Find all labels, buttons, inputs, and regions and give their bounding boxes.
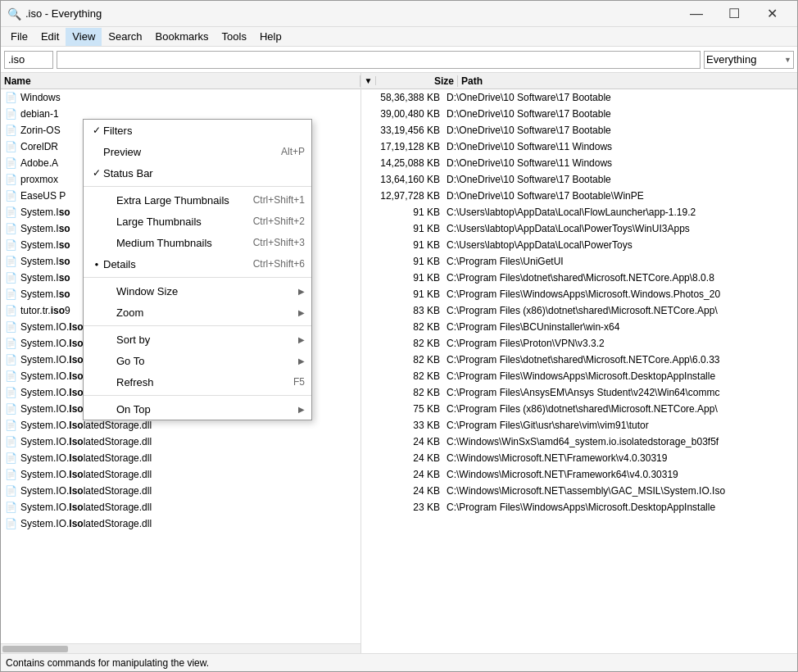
dd-item-sort-by[interactable]: Sort by ▶: [84, 329, 311, 350]
file-name: tutor.tr.iso9: [20, 305, 70, 316]
path-cell: C:\Program Files\WindowsApps\Microsoft.D…: [443, 370, 797, 382]
menu-view[interactable]: View: [66, 28, 102, 46]
size-column-header[interactable]: Size: [376, 75, 458, 87]
dd-label-extra-large: Extra Large Thumbnails: [103, 194, 247, 207]
file-icon: 📄: [4, 419, 17, 432]
dd-item-large-thumb[interactable]: Large Thumbnails Ctrl+Shift+2: [84, 211, 311, 232]
quick-search-input[interactable]: [4, 51, 53, 69]
menu-search[interactable]: Search: [102, 28, 148, 46]
file-name: Windows: [20, 92, 61, 103]
file-name: proxmox: [20, 174, 58, 185]
menu-help[interactable]: Help: [253, 28, 288, 46]
file-icon: 📄: [4, 386, 17, 399]
app-icon: 🔍: [7, 7, 20, 20]
dd-label-preview: Preview: [103, 146, 274, 158]
minimize-button[interactable]: —: [678, 1, 715, 27]
file-icon: 📄: [4, 206, 17, 219]
close-button[interactable]: ✕: [753, 1, 791, 27]
table-row[interactable]: 33 KBC:\Program Files\Git\usr\share\vim\…: [361, 417, 797, 434]
list-item[interactable]: 📄System.IO.IsolatedStorage.dll: [1, 499, 360, 515]
dd-item-extra-large[interactable]: Extra Large Thumbnails Ctrl+Shift+1: [84, 189, 311, 211]
list-item[interactable]: 📄System.IO.IsolatedStorage.dll: [1, 483, 360, 499]
file-icon: 📄: [4, 189, 17, 202]
table-row[interactable]: 24 KBC:\Windows\Microsoft.NET\Framework\…: [361, 450, 797, 466]
sort-arrow-icon: ▼: [365, 76, 373, 85]
list-header: Name: [1, 73, 360, 89]
table-row[interactable]: 58,36,388 KBD:\OneDrive\10 Software\17 B…: [361, 89, 797, 106]
checkmark-icon: ✓: [90, 125, 103, 136]
table-row[interactable]: 82 KBC:\Program Files\WindowsApps\Micros…: [361, 368, 797, 384]
table-row[interactable]: 91 KBC:\Users\labtop\AppData\Local\Power…: [361, 237, 797, 253]
menu-tools[interactable]: Tools: [215, 28, 253, 46]
list-item[interactable]: 📄Windows: [1, 89, 360, 106]
table-row[interactable]: 24 KBC:\Windows\Microsoft.NET\assembly\G…: [361, 483, 797, 499]
dd-label-go-to: Go To: [103, 355, 298, 367]
name-column-header[interactable]: Name: [1, 75, 360, 87]
table-row[interactable]: 24 KBC:\Windows\Microsoft.NET\Framework6…: [361, 466, 797, 483]
list-item[interactable]: 📄System.IO.IsolatedStorage.dll: [1, 466, 360, 483]
table-row[interactable]: 39,00,480 KBD:\OneDrive\10 Software\17 B…: [361, 106, 797, 122]
dd-item-medium-thumb[interactable]: Medium Thumbnails Ctrl+Shift+3: [84, 232, 311, 253]
file-name: System.IO.IsolatedStorage.dll: [20, 452, 152, 464]
path-cell: C:\Windows\Microsoft.NET\assembly\GAC_MS…: [443, 485, 797, 497]
table-row[interactable]: 82 KBC:\Program Files\BCUninstaller\win-…: [361, 319, 797, 335]
submenu-arrow-icon-3: ▶: [298, 335, 305, 344]
dd-item-go-to[interactable]: Go To ▶: [84, 350, 311, 371]
horizontal-scrollbar[interactable]: [2, 646, 68, 652]
dd-item-details[interactable]: ● Details Ctrl+Shift+6: [84, 253, 311, 275]
file-icon: 📄: [4, 238, 17, 252]
submenu-arrow-icon-2: ▶: [298, 308, 305, 317]
table-row[interactable]: 82 KBC:\Program Files\dotnet\shared\Micr…: [361, 352, 797, 368]
list-item[interactable]: 📄System.IO.IsolatedStorage.dll: [1, 450, 360, 466]
dd-item-window-size[interactable]: Window Size ▶: [84, 280, 311, 302]
table-row[interactable]: 75 KBC:\Program Files (x86)\dotnet\share…: [361, 401, 797, 417]
list-item[interactable]: 📄System.IO.IsolatedStorage.dll: [1, 434, 360, 450]
path-cell: D:\OneDrive\10 Software\17 Bootable\WinP…: [443, 190, 797, 202]
table-row[interactable]: 17,19,128 KBD:\OneDrive\10 Software\11 W…: [361, 138, 797, 155]
table-row[interactable]: 82 KBC:\Program Files\Proton\VPN\v3.3.2: [361, 335, 797, 352]
menu-bookmarks[interactable]: Bookmarks: [149, 28, 215, 46]
file-icon: 📄: [4, 484, 17, 497]
dd-item-filters[interactable]: ✓ Filters: [84, 120, 311, 141]
maximize-button[interactable]: ☐: [715, 1, 753, 27]
path-column-header[interactable]: Path: [458, 75, 797, 87]
table-row[interactable]: 14,25,088 KBD:\OneDrive\10 Software\11 W…: [361, 155, 797, 171]
table-row[interactable]: 91 KBC:\Users\labtop\AppData\Local\Power…: [361, 220, 797, 237]
dd-item-on-top[interactable]: On Top ▶: [84, 398, 311, 420]
size-cell: 17,19,128 KB: [361, 141, 443, 152]
file-name: debian-1: [20, 108, 59, 120]
table-row[interactable]: 83 KBC:\Program Files (x86)\dotnet\share…: [361, 302, 797, 319]
status-bar: Contains commands for manipulating the v…: [1, 653, 797, 671]
path-cell: C:\Windows\Microsoft.NET\Framework\v4.0.…: [443, 452, 797, 464]
details-header: ▼ Size Path: [361, 73, 797, 89]
dd-item-refresh[interactable]: Refresh F5: [84, 371, 311, 393]
dd-label-details: Details: [103, 258, 247, 270]
dd-item-preview[interactable]: Preview Alt+P: [84, 141, 311, 162]
main-search-input[interactable]: [57, 51, 701, 69]
scope-dropdown[interactable]: Everything ▼: [704, 51, 794, 69]
table-row[interactable]: 12,97,728 KBD:\OneDrive\10 Software\17 B…: [361, 188, 797, 204]
list-item[interactable]: 📄System.IO.IsolatedStorage.dll: [1, 515, 360, 532]
table-row[interactable]: 91 KBC:\Program Files\dotnet\shared\Micr…: [361, 270, 797, 286]
file-name: System.Iso: [20, 223, 70, 234]
table-row[interactable]: 91 KBC:\Users\labtop\AppData\Local\FlowL…: [361, 204, 797, 220]
table-row[interactable]: 91 KBC:\Program Files\UniGetUI: [361, 253, 797, 270]
path-cell: C:\Users\labtop\AppData\Local\FlowLaunch…: [443, 207, 797, 218]
table-row[interactable]: 91 KBC:\Program Files\WindowsApps\Micros…: [361, 286, 797, 302]
table-row[interactable]: 23 KBC:\Program Files\WindowsApps\Micros…: [361, 499, 797, 515]
toolbar: Everything ▼: [1, 47, 797, 73]
menu-edit[interactable]: Edit: [34, 28, 66, 46]
file-name: System.Iso: [20, 207, 70, 218]
dd-item-statusbar[interactable]: ✓ Status Bar: [84, 162, 311, 184]
table-row[interactable]: 82 KBC:\Program Files\AnsysEM\Ansys Stud…: [361, 384, 797, 401]
file-name: System.IO.IsolatedStorage.dll: [20, 469, 152, 480]
menu-file[interactable]: File: [4, 28, 34, 46]
dd-separator-2: [84, 277, 311, 278]
table-row[interactable]: 13,64,160 KBD:\OneDrive\10 Software\17 B…: [361, 171, 797, 188]
dd-item-zoom[interactable]: Zoom ▶: [84, 302, 311, 323]
file-icon: 📄: [4, 337, 17, 350]
dd-shortcut-refresh: F5: [293, 376, 305, 388]
table-row[interactable]: 24 KBC:\Windows\WinSxS\amd64_system.io.i…: [361, 434, 797, 450]
table-row[interactable]: 33,19,456 KBD:\OneDrive\10 Software\17 B…: [361, 122, 797, 138]
path-cell: C:\Program Files\Git\usr\share\vim\vim91…: [443, 420, 797, 431]
